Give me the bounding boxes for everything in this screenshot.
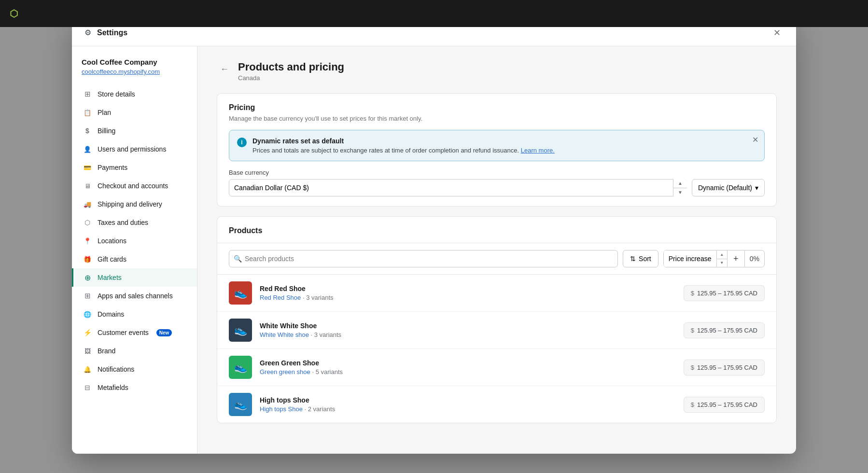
sidebar-item-locations[interactable]: Locations xyxy=(72,232,197,250)
currency-row: Canadian Dollar (CAD $) ▲ ▼ Dynamic (Def… xyxy=(229,179,765,196)
sidebar-item-label: Locations xyxy=(98,237,126,245)
store-url[interactable]: coolcoffeeco.myshopify.com xyxy=(82,68,187,75)
gift-icon xyxy=(83,255,92,264)
settings-modal: Settings ✕ Cool Coffee Company coolcoffe… xyxy=(72,19,796,454)
sidebar-item-label: Domains xyxy=(98,310,124,318)
page-title-block: Products and pricing Canada xyxy=(238,61,344,82)
sidebar-item-gift-cards[interactable]: Gift cards xyxy=(72,250,197,268)
dollar-sign: $ xyxy=(691,290,694,297)
sidebar-item-notifications[interactable]: Notifications xyxy=(72,360,197,378)
sidebar-item-checkout[interactable]: Checkout and accounts xyxy=(72,177,197,195)
product-link[interactable]: Green green shoe xyxy=(260,368,310,376)
currency-select[interactable]: Canadian Dollar (CAD $) xyxy=(229,179,687,196)
banner-text: Dynamic rates set as default Prices and … xyxy=(252,137,756,154)
modal-overlay: Settings ✕ Cool Coffee Company coolcoffe… xyxy=(0,0,868,473)
sidebar-item-domains[interactable]: Domains xyxy=(72,305,197,323)
sidebar-item-shipping[interactable]: Shipping and delivery xyxy=(72,195,197,213)
product-thumbnail: 👟 xyxy=(229,393,252,416)
sidebar-item-label: Brand xyxy=(98,347,115,355)
currency-stepper: ▲ ▼ xyxy=(673,179,687,196)
close-button[interactable]: ✕ xyxy=(769,25,784,41)
sidebar-item-store-details[interactable]: Store details xyxy=(72,85,197,103)
sidebar-item-label: Plan xyxy=(98,109,111,116)
price-value: 125.95 – 175.95 CAD xyxy=(697,364,757,371)
plus-icon: + xyxy=(733,254,739,264)
sidebar-item-apps[interactable]: Apps and sales channels xyxy=(72,287,197,305)
sidebar-item-payments[interactable]: Payments xyxy=(72,158,197,177)
add-percent-button[interactable]: + xyxy=(728,250,745,267)
dollar-sign: $ xyxy=(691,364,694,371)
products-card: Products 🔍 ⇅ Sort Price inc xyxy=(217,216,777,423)
table-row: 👟 High tops Shoe High tops Shoe · 2 vari… xyxy=(217,386,776,423)
pricing-card-title: Pricing xyxy=(229,103,765,112)
sort-icon: ⇅ xyxy=(630,255,636,263)
dynamic-btn-label: Dynamic (Default) xyxy=(698,184,752,192)
banner-close-button[interactable]: ✕ xyxy=(752,135,758,144)
sidebar-item-metafields[interactable]: Metafields xyxy=(72,378,197,397)
learn-more-link[interactable]: Learn more. xyxy=(521,147,555,154)
dollar-sign: $ xyxy=(691,327,694,334)
sidebar-item-brand[interactable]: Brand xyxy=(72,342,197,360)
currency-up-button[interactable]: ▲ xyxy=(673,179,687,188)
search-wrap: 🔍 xyxy=(229,250,618,267)
table-row: 👟 White White Shoe White White shoe · 3 … xyxy=(217,312,776,349)
search-input[interactable] xyxy=(229,250,618,267)
page-title: Products and pricing xyxy=(238,61,344,73)
back-icon: ← xyxy=(220,64,229,74)
sidebar-item-markets[interactable]: Markets xyxy=(72,268,197,287)
search-icon: 🔍 xyxy=(234,255,242,263)
sidebar-item-plan[interactable]: Plan xyxy=(72,103,197,122)
checkout-icon xyxy=(83,181,92,190)
store-info: Cool Coffee Company coolcoffeeco.myshopi… xyxy=(72,56,197,85)
sidebar-item-taxes[interactable]: Taxes and duties xyxy=(72,213,197,232)
sidebar-item-label: Markets xyxy=(98,274,122,281)
pricing-card: Pricing Manage the base currency you'll … xyxy=(217,93,777,207)
sidebar-item-customer-events[interactable]: Customer events New xyxy=(72,323,197,342)
product-name: White White Shoe xyxy=(260,322,676,330)
pricing-card-desc: Manage the base currency you'll use to s… xyxy=(229,115,765,122)
shopify-logo: ⬡ xyxy=(10,8,18,19)
table-row: 👟 Red Red Shoe Red Red Shoe · 3 variants… xyxy=(217,275,776,312)
sidebar-nav: Store details Plan Billing Users and per… xyxy=(72,85,197,397)
products-toolbar: 🔍 ⇅ Sort Price increase ▲ ▼ xyxy=(217,243,776,275)
sidebar-item-billing[interactable]: Billing xyxy=(72,122,197,140)
banner-title: Dynamic rates set as default xyxy=(252,137,756,145)
product-name: Red Red Shoe xyxy=(260,285,676,292)
product-sub: Green green shoe · 5 variants xyxy=(260,368,676,376)
sidebar-item-users[interactable]: Users and permissions xyxy=(72,140,197,158)
sidebar-item-label: Checkout and accounts xyxy=(98,182,168,190)
product-thumbnail: 👟 xyxy=(229,319,252,342)
modal-title: Settings xyxy=(97,28,127,37)
banner-desc: Prices and totals are subject to exchang… xyxy=(252,147,756,154)
table-row: 👟 Green Green Shoe Green green shoe · 5 … xyxy=(217,349,776,386)
product-link[interactable]: White White shoe xyxy=(260,331,309,338)
store-name: Cool Coffee Company xyxy=(82,58,187,66)
product-variants: · 3 variants xyxy=(303,294,334,301)
dynamic-default-button[interactable]: Dynamic (Default) ▾ xyxy=(692,179,765,196)
product-link[interactable]: Red Red Shoe xyxy=(260,294,301,301)
sidebar-item-label: Gift cards xyxy=(98,255,126,263)
top-bar: ⬡ xyxy=(0,0,868,27)
back-button[interactable]: ← xyxy=(217,61,232,76)
product-link[interactable]: High tops Shoe xyxy=(260,405,303,413)
metafields-icon xyxy=(83,383,92,392)
sidebar-item-label: Taxes and duties xyxy=(98,219,148,226)
sidebar-item-label: Shipping and delivery xyxy=(98,200,162,208)
product-thumbnail: 👟 xyxy=(229,356,252,379)
sidebar-item-label: Notifications xyxy=(98,365,134,373)
main-content: ← Products and pricing Canada Pricing Ma… xyxy=(197,46,796,454)
chevron-down-icon: ▾ xyxy=(755,184,758,192)
sidebar-item-label: Customer events xyxy=(98,329,149,336)
price-increase-down-button[interactable]: ▼ xyxy=(717,259,728,267)
price-increase-select[interactable]: Price increase xyxy=(664,250,717,267)
product-variants: · 2 variants xyxy=(305,405,336,413)
product-sub: White White shoe · 3 variants xyxy=(260,331,676,338)
product-thumbnail: 👟 xyxy=(229,281,252,305)
product-variants: · 5 variants xyxy=(312,368,343,376)
product-list: 👟 Red Red Shoe Red Red Shoe · 3 variants… xyxy=(217,275,776,423)
currency-down-button[interactable]: ▼ xyxy=(673,188,687,197)
info-icon: i xyxy=(237,138,247,147)
price-increase-up-button[interactable]: ▲ xyxy=(717,250,728,259)
sort-button[interactable]: ⇅ Sort xyxy=(623,250,658,267)
page-subtitle: Canada xyxy=(238,74,344,82)
